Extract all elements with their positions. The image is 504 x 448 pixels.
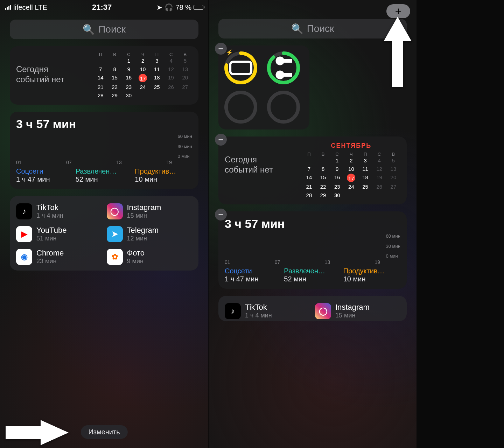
app-name: Instagram xyxy=(335,303,370,312)
app-time: 15 мин xyxy=(335,312,370,319)
battery-ring xyxy=(266,90,301,125)
app-name: TikTok xyxy=(245,303,272,312)
calendar-no-events: Сегодня событий нет xyxy=(16,52,90,85)
calendar-grid: СЕНТЯБРЬ ПВСЧПСВ 12345789101112131415161… xyxy=(302,142,400,199)
app-icon: ♪ xyxy=(225,303,241,319)
app-time: 51 мин xyxy=(36,235,66,242)
screentime-total: 3 ч 57 мин xyxy=(225,217,400,231)
search-icon: 🔍 xyxy=(83,24,95,35)
app-row[interactable]: ♪ TikTok 1 ч 4 мин xyxy=(225,303,310,319)
app-icon: ◯ xyxy=(315,303,331,319)
svg-rect-3 xyxy=(230,62,251,74)
calendar-widget[interactable]: Сегодня событий нет ПВСЧПСВ 123457891011… xyxy=(10,46,198,105)
battery-ring xyxy=(266,50,301,85)
calendar-grid: ПВСЧПСВ 12345789101112131415161718192021… xyxy=(93,52,192,99)
category-value: 1 ч 47 мин xyxy=(225,275,282,283)
edit-button[interactable]: Изменить xyxy=(80,425,127,439)
app-name: Фото xyxy=(127,248,145,258)
app-row[interactable]: ▶ YouTube 51 мин xyxy=(16,226,102,242)
calendar-widget[interactable]: − Сегодня событий нет СЕНТЯБРЬ ПВСЧПСВ 1… xyxy=(218,136,407,204)
svg-marker-0 xyxy=(6,420,69,445)
app-row[interactable]: ◉ Chrome 23 мин xyxy=(16,248,102,265)
app-time: 9 мин xyxy=(127,258,145,265)
add-widget-button[interactable]: + xyxy=(386,4,410,18)
app-row[interactable]: ◯ Instagram 15 мин xyxy=(107,203,192,219)
chart-x-axis: 01 07 13 19 xyxy=(225,259,400,265)
app-name: YouTube xyxy=(36,226,66,235)
category-name: Продуктив… xyxy=(343,267,400,275)
calendar-days: 1234578910111213141516171819202122232425… xyxy=(302,157,400,199)
calendar-dow-row: ПВСЧПСВ xyxy=(93,52,192,57)
remove-widget-button[interactable]: − xyxy=(215,209,227,220)
app-icon: ➤ xyxy=(107,226,123,242)
app-time: 1 ч 4 мин xyxy=(36,212,63,219)
battery-pct: 78 % xyxy=(175,4,191,12)
chart-y-axis: 60 мин 30 мин 0 мин xyxy=(386,233,400,259)
battery-ring xyxy=(223,90,258,125)
app-name: Chrome xyxy=(36,248,64,258)
screentime-total: 3 ч 57 мин xyxy=(16,117,192,131)
annotation-arrow-right xyxy=(6,420,69,445)
calendar-days: 1234578910111213141516171819202122232425… xyxy=(93,57,192,99)
search-placeholder: Поиск xyxy=(98,24,126,35)
search-icon: 🔍 xyxy=(291,23,303,35)
category-value: 52 мин xyxy=(76,175,133,183)
app-icon: ◯ xyxy=(107,203,123,219)
app-row[interactable]: ♪ TikTok 1 ч 4 мин xyxy=(16,203,102,219)
calendar-no-events: Сегодня событий нет xyxy=(225,142,299,175)
category-value: 10 мин xyxy=(343,275,400,283)
category-name: Развлечен… xyxy=(76,167,133,175)
calendar-dow-row: ПВСЧПСВ xyxy=(302,152,400,157)
app-row[interactable]: ◯ Instagram 15 мин xyxy=(315,303,400,319)
svg-rect-9 xyxy=(282,59,292,63)
screentime-categories: Соцсети1 ч 47 минРазвлечен…52 минПродукт… xyxy=(16,167,192,183)
remove-widget-button[interactable]: − xyxy=(215,134,227,146)
carrier-label: lifecell xyxy=(13,4,33,12)
search-placeholder: Поиск xyxy=(307,23,334,34)
category-name: Соцсети xyxy=(225,267,282,275)
screentime-apps-widget[interactable]: ♪ TikTok 1 ч 4 мин◯ Instagram 15 мин xyxy=(218,296,407,321)
app-time: 15 мин xyxy=(127,212,161,219)
battery-icon xyxy=(194,5,203,10)
category-name: Соцсети xyxy=(16,167,74,175)
category-name: Продуктив… xyxy=(135,167,192,175)
app-icon: ♪ xyxy=(16,203,32,219)
app-time: 1 ч 4 мин xyxy=(245,312,272,319)
screentime-chart: 60 мин 30 мин 0 мин xyxy=(16,134,192,159)
category-value: 10 мин xyxy=(135,175,192,183)
app-name: TikTok xyxy=(36,203,63,212)
search-field[interactable]: 🔍 Поиск xyxy=(10,20,198,39)
screentime-widget[interactable]: − 3 ч 57 мин 60 мин 30 мин 0 мин 01 07 1… xyxy=(218,211,407,289)
svg-rect-8 xyxy=(282,73,292,77)
app-row[interactable]: ✿ Фото 9 мин xyxy=(107,248,192,265)
svg-marker-12 xyxy=(384,17,412,87)
network-label: LTE xyxy=(35,4,47,12)
headphones-icon: 🎧 xyxy=(164,3,173,12)
category-name: Развлечен… xyxy=(284,267,341,275)
signal-icon xyxy=(5,5,11,10)
chart-bars xyxy=(16,134,175,159)
chart-x-axis: 01 07 13 19 xyxy=(16,160,192,165)
category-value: 52 мин xyxy=(284,275,341,283)
location-icon: ➤ xyxy=(156,3,162,12)
batteries-widget[interactable]: − ⚡ xyxy=(218,46,309,130)
app-icon: ▶ xyxy=(16,226,32,242)
screentime-chart: 60 мин 30 мин 0 мин xyxy=(225,233,400,259)
app-list-partial: ♪ TikTok 1 ч 4 мин◯ Instagram 15 мин xyxy=(225,303,400,319)
search-field[interactable]: 🔍 Поиск xyxy=(218,19,407,38)
screenshot-left: lifecell LTE 21:37 ➤ 🎧 78 % 🔍 Поиск Сего… xyxy=(0,0,208,448)
chart-y-axis: 60 мин 30 мин 0 мин xyxy=(178,134,192,159)
clock: 21:37 xyxy=(92,3,112,12)
app-time: 12 мин xyxy=(127,235,159,242)
app-name: Instagram xyxy=(127,203,161,212)
screentime-widget[interactable]: 3 ч 57 мин 60 мин 30 мин 0 мин 01 07 13 … xyxy=(10,112,198,189)
screenshot-right: + 🔍 Поиск − ⚡ − Сегодня событи xyxy=(208,0,416,448)
app-name: Telegram xyxy=(127,226,159,235)
app-row[interactable]: ➤ Telegram 12 мин xyxy=(107,226,192,242)
calendar-month: СЕНТЯБРЬ xyxy=(302,142,400,149)
app-time: 23 мин xyxy=(36,258,64,265)
app-list: ♪ TikTok 1 ч 4 мин◯ Instagram 15 мин▶ Yo… xyxy=(16,203,192,265)
screentime-categories: Соцсети1 ч 47 минРазвлечен…52 минПродукт… xyxy=(225,267,400,283)
screentime-apps-widget[interactable]: ♪ TikTok 1 ч 4 мин◯ Instagram 15 мин▶ Yo… xyxy=(10,196,198,271)
app-icon: ◉ xyxy=(16,249,32,265)
